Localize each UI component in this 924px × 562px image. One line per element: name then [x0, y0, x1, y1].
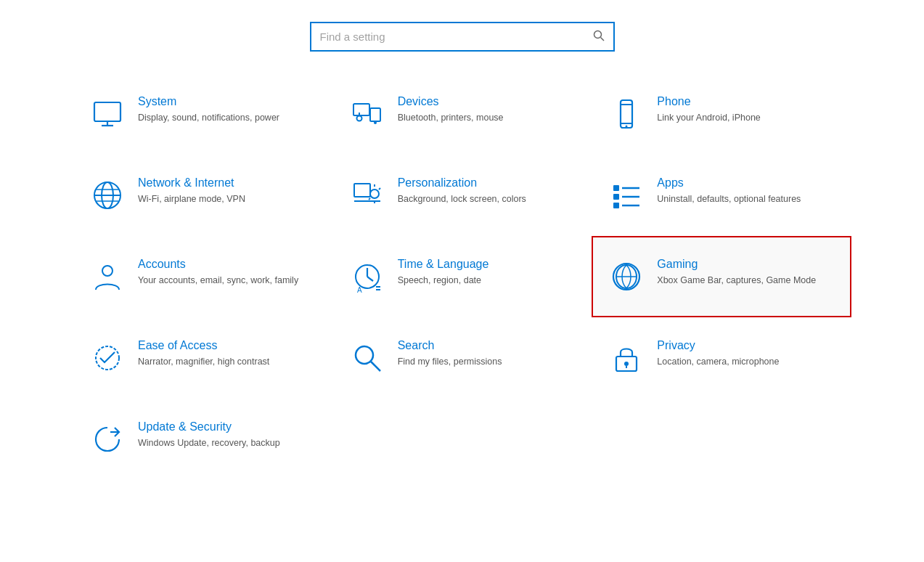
- setting-desc-devices: Bluetooth, printers, mouse: [398, 111, 576, 125]
- setting-item-time[interactable]: A Time & LanguageSpeech, region, date: [332, 236, 592, 317]
- setting-text-gaming: GamingXbox Game Bar, captures, Game Mode: [657, 258, 835, 288]
- svg-point-41: [96, 346, 119, 370]
- svg-point-13: [626, 126, 628, 128]
- setting-text-ease: Ease of AccessNarrator, magnifier, high …: [138, 339, 316, 369]
- ease-icon: [89, 339, 126, 377]
- svg-rect-28: [613, 203, 619, 208]
- setting-item-network[interactable]: Network & InternetWi-Fi, airplane mode, …: [73, 155, 332, 236]
- setting-desc-update: Windows Update, recovery, backup: [138, 436, 316, 450]
- setting-title-time: Time & Language: [398, 258, 576, 271]
- setting-item-system[interactable]: SystemDisplay, sound, notifications, pow…: [73, 73, 332, 155]
- setting-item-apps[interactable]: AppsUninstall, defaults, optional featur…: [592, 155, 851, 236]
- setting-text-network: Network & InternetWi-Fi, airplane mode, …: [138, 176, 316, 206]
- setting-item-gaming[interactable]: GamingXbox Game Bar, captures, Game Mode: [592, 236, 851, 317]
- setting-title-ease: Ease of Access: [138, 339, 316, 352]
- gaming-icon: [608, 258, 645, 296]
- svg-line-24: [379, 188, 380, 190]
- setting-item-personalization[interactable]: PersonalizationBackground, lock screen, …: [332, 155, 592, 236]
- setting-text-system: SystemDisplay, sound, notifications, pow…: [138, 95, 316, 125]
- setting-desc-network: Wi-Fi, airplane mode, VPN: [138, 192, 316, 206]
- svg-point-45: [624, 362, 629, 366]
- privacy-icon: [608, 339, 645, 377]
- svg-rect-19: [354, 184, 370, 197]
- system-icon: [89, 95, 126, 133]
- svg-rect-27: [613, 194, 619, 200]
- setting-title-update: Update & Security: [138, 420, 316, 433]
- setting-title-network: Network & Internet: [138, 176, 316, 190]
- setting-desc-phone: Link your Android, iPhone: [657, 111, 835, 125]
- setting-item-search[interactable]: SearchFind my files, permissions: [332, 317, 592, 399]
- setting-title-search: Search: [398, 339, 576, 352]
- search-box[interactable]: [310, 22, 615, 52]
- time-icon: A: [348, 258, 386, 296]
- svg-line-35: [367, 277, 373, 281]
- accounts-icon: [89, 258, 126, 296]
- svg-text:A: A: [357, 286, 362, 293]
- setting-desc-apps: Uninstall, defaults, optional features: [657, 192, 835, 206]
- setting-text-devices: DevicesBluetooth, printers, mouse: [398, 95, 576, 125]
- setting-text-personalization: PersonalizationBackground, lock screen, …: [398, 176, 576, 206]
- setting-item-privacy[interactable]: PrivacyLocation, camera, microphone: [592, 317, 851, 399]
- setting-desc-system: Display, sound, notifications, power: [138, 111, 316, 125]
- svg-line-25: [369, 198, 370, 200]
- svg-rect-5: [353, 104, 369, 115]
- setting-desc-privacy: Location, camera, microphone: [657, 355, 835, 369]
- setting-text-accounts: AccountsYour accounts, email, sync, work…: [138, 258, 316, 288]
- svg-rect-6: [370, 108, 380, 121]
- setting-item-update[interactable]: Update & SecurityWindows Update, recover…: [73, 399, 332, 480]
- setting-text-time: Time & LanguageSpeech, region, date: [398, 258, 576, 288]
- svg-rect-26: [613, 185, 619, 191]
- setting-title-gaming: Gaming: [657, 258, 835, 271]
- svg-rect-2: [94, 102, 120, 121]
- setting-title-apps: Apps: [657, 176, 835, 190]
- setting-desc-accounts: Your accounts, email, sync, work, family: [138, 274, 316, 288]
- svg-point-21: [370, 190, 379, 198]
- svg-point-42: [356, 346, 373, 364]
- phone-icon: [608, 95, 645, 133]
- setting-title-devices: Devices: [398, 95, 576, 108]
- setting-title-accounts: Accounts: [138, 258, 316, 271]
- setting-text-apps: AppsUninstall, defaults, optional featur…: [657, 176, 835, 206]
- update-icon: [89, 420, 126, 458]
- setting-item-phone[interactable]: PhoneLink your Android, iPhone: [592, 73, 851, 155]
- setting-title-privacy: Privacy: [657, 339, 835, 352]
- setting-desc-personalization: Background, lock screen, colors: [398, 192, 576, 206]
- setting-item-devices[interactable]: DevicesBluetooth, printers, mouse: [332, 73, 592, 155]
- personalization-icon: [348, 176, 386, 214]
- setting-text-privacy: PrivacyLocation, camera, microphone: [657, 339, 835, 369]
- svg-line-43: [371, 362, 380, 371]
- settings-grid: SystemDisplay, sound, notifications, pow…: [0, 66, 924, 487]
- setting-desc-ease: Narrator, magnifier, high contrast: [138, 355, 316, 369]
- apps-icon: [608, 176, 645, 214]
- svg-line-1: [600, 37, 604, 41]
- setting-item-accounts[interactable]: AccountsYour accounts, email, sync, work…: [73, 236, 332, 317]
- devices-icon: [348, 95, 386, 133]
- search-input[interactable]: [311, 23, 584, 50]
- setting-title-system: System: [138, 95, 316, 108]
- svg-point-0: [594, 30, 601, 38]
- setting-text-search: SearchFind my files, permissions: [398, 339, 576, 369]
- network-icon: [89, 176, 126, 214]
- setting-item-ease[interactable]: Ease of AccessNarrator, magnifier, high …: [73, 317, 332, 399]
- setting-title-personalization: Personalization: [398, 176, 576, 190]
- setting-title-phone: Phone: [657, 95, 835, 108]
- setting-desc-search: Find my files, permissions: [398, 355, 576, 369]
- svg-point-7: [374, 121, 377, 124]
- search-icon: [348, 339, 386, 377]
- svg-point-32: [102, 266, 113, 276]
- setting-desc-gaming: Xbox Game Bar, captures, Game Mode: [657, 274, 835, 288]
- setting-text-update: Update & SecurityWindows Update, recover…: [138, 420, 316, 450]
- setting-text-phone: PhoneLink your Android, iPhone: [657, 95, 835, 125]
- svg-point-8: [356, 116, 361, 121]
- search-icon: [584, 24, 613, 50]
- setting-desc-time: Speech, region, date: [398, 274, 576, 288]
